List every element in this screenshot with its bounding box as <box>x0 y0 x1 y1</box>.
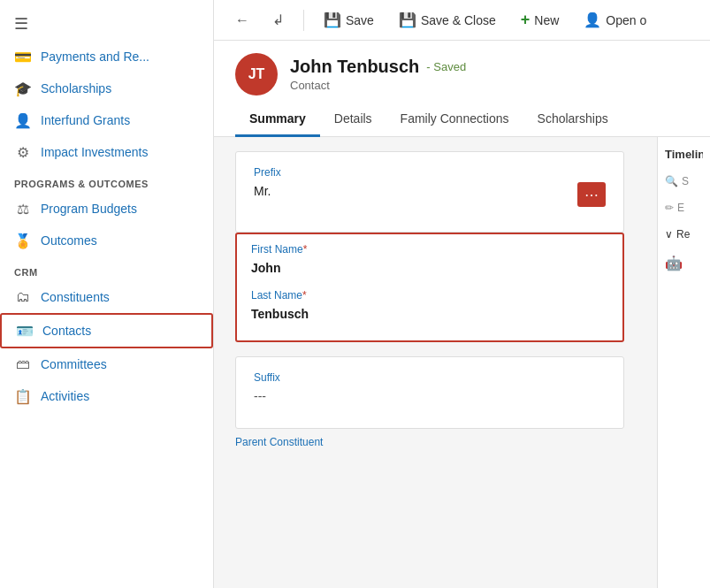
sidebar-item-label: Program Budgets <box>41 202 137 216</box>
contact-full-name: John Tenbusch <box>290 57 419 77</box>
timeline-robot[interactable]: 🤖 <box>665 255 703 271</box>
forward-button[interactable]: ↲ <box>263 7 293 33</box>
tab-bar: Summary Details Family Connections Schol… <box>214 103 710 137</box>
prefix-row: Prefix Mr. ⋯ <box>254 166 606 207</box>
new-icon: + <box>521 11 531 29</box>
activities-icon: 📋 <box>14 387 32 405</box>
sidebar-item-contacts[interactable]: 🪪 Contacts <box>0 313 213 348</box>
suffix-label: Suffix <box>254 371 606 384</box>
timeline-edit[interactable]: ✏ E <box>665 202 703 214</box>
contact-name-row: John Tenbusch - Saved <box>290 57 466 77</box>
toolbar-divider-1 <box>303 10 304 31</box>
constituents-icon: 🗂 <box>14 288 32 306</box>
prefix-label: Prefix <box>254 166 577 179</box>
main-content: ← ↲ 💾 Save 💾 Save & Close + New 👤 Open o… <box>214 0 710 588</box>
sidebar-section-1: 💳 Payments and Re... 🎓 Scholarships 👤 In… <box>0 41 213 168</box>
sidebar-header: ☰ <box>0 0 213 41</box>
parent-constituent-section: Parent Constituent <box>235 436 636 448</box>
save-close-label: Save & Close <box>421 13 496 27</box>
sidebar: ☰ 💳 Payments and Re... 🎓 Scholarships 👤 … <box>0 0 214 588</box>
sidebar-item-label: Constituents <box>41 290 110 304</box>
first-name-label: First Name <box>251 243 608 256</box>
save-close-icon: 💾 <box>399 11 416 28</box>
interfund-icon: 👤 <box>14 111 32 129</box>
name-card: First Name John Last Name Tenbusch <box>235 233 624 342</box>
sidebar-item-committees[interactable]: 🗃 Committees <box>0 348 213 380</box>
first-name-value: John <box>251 257 608 282</box>
timeline-edit-icon: ✏ <box>665 202 674 214</box>
more-button[interactable]: ⋯ <box>577 182 606 207</box>
suffix-card: Suffix --- <box>235 356 624 429</box>
contact-info: John Tenbusch - Saved Contact <box>290 57 466 92</box>
sidebar-item-label: Scholarships <box>41 81 111 95</box>
sidebar-item-label: Committees <box>41 357 107 371</box>
avatar: JT <box>235 53 278 95</box>
prefix-field: Prefix Mr. <box>254 166 577 205</box>
saved-badge: - Saved <box>426 60 466 73</box>
timeline-search[interactable]: 🔍 S <box>665 175 703 187</box>
open-label: Open o <box>606 13 646 27</box>
contacts-icon: 🪪 <box>16 322 34 340</box>
prefix-value: Mr. <box>254 180 577 205</box>
timeline-edit-text: E <box>677 202 684 214</box>
sidebar-item-activities[interactable]: 📋 Activities <box>0 380 213 412</box>
timeline-search-text: S <box>682 175 689 187</box>
sidebar-item-constituents[interactable]: 🗂 Constituents <box>0 281 213 313</box>
timeline-re[interactable]: ∨ Re <box>665 228 703 241</box>
scholarships-icon: 🎓 <box>14 80 32 97</box>
sidebar-item-interfund[interactable]: 👤 Interfund Grants <box>0 104 213 136</box>
timeline-re-text: Re <box>676 228 690 241</box>
back-icon: ← <box>235 12 249 28</box>
sidebar-section-programs: Programs & Outcomes ⚖ Program Budgets 🏅 … <box>0 168 213 256</box>
open-icon: 👤 <box>584 11 601 28</box>
suffix-value: --- <box>254 386 606 410</box>
new-button[interactable]: + New <box>512 6 569 34</box>
content-area: Prefix Mr. ⋯ First Name John Last Name T… <box>214 137 710 588</box>
timeline-title: Timelin <box>665 148 703 161</box>
timeline-search-icon: 🔍 <box>665 175 678 187</box>
timeline-panel: Timelin 🔍 S ✏ E ∨ Re 🤖 <box>657 137 710 588</box>
impact-icon: ⚙ <box>14 143 32 161</box>
save-button[interactable]: 💾 Save <box>315 7 383 33</box>
last-name-value: Tenbusch <box>251 303 608 328</box>
form-panel: Prefix Mr. ⋯ First Name John Last Name T… <box>214 137 657 588</box>
sidebar-item-label: Contacts <box>42 324 91 338</box>
toolbar: ← ↲ 💾 Save 💾 Save & Close + New 👤 Open o <box>214 0 710 41</box>
save-label: Save <box>346 13 374 27</box>
sidebar-item-payments[interactable]: 💳 Payments and Re... <box>0 41 213 73</box>
sidebar-section-crm: CRM 🗂 Constituents 🪪 Contacts 🗃 Committe… <box>0 256 213 412</box>
tab-family-connections[interactable]: Family Connections <box>386 103 523 137</box>
payments-icon: 💳 <box>14 48 32 65</box>
parent-constituent-label: Parent Constituent <box>235 436 636 448</box>
tab-details[interactable]: Details <box>320 103 386 137</box>
tab-summary[interactable]: Summary <box>235 103 320 137</box>
sidebar-item-scholarships[interactable]: 🎓 Scholarships <box>0 73 213 104</box>
committees-icon: 🗃 <box>14 355 32 373</box>
program-budgets-icon: ⚖ <box>14 200 32 218</box>
sidebar-item-label: Activities <box>41 389 89 403</box>
save-close-button[interactable]: 💾 Save & Close <box>390 7 505 33</box>
tab-scholarships[interactable]: Scholarships <box>523 103 622 137</box>
open-button[interactable]: 👤 Open o <box>575 7 655 33</box>
sidebar-item-impact[interactable]: ⚙ Impact Investments <box>0 136 213 168</box>
programs-section-label: Programs & Outcomes <box>0 168 213 193</box>
sidebar-item-program-budgets[interactable]: ⚖ Program Budgets <box>0 193 213 225</box>
new-label: New <box>534 13 559 27</box>
hamburger-icon[interactable]: ☰ <box>14 14 28 34</box>
prefix-card: Prefix Mr. ⋯ <box>235 151 624 233</box>
sidebar-item-label: Payments and Re... <box>41 50 149 64</box>
last-name-label: Last Name <box>251 289 608 302</box>
timeline-re-chevron: ∨ <box>665 228 673 241</box>
forward-icon: ↲ <box>272 11 284 28</box>
save-icon: 💾 <box>324 11 341 28</box>
crm-section-label: CRM <box>0 256 213 281</box>
sidebar-item-label: Interfund Grants <box>41 113 130 127</box>
back-button[interactable]: ← <box>228 8 256 33</box>
robot-icon: 🤖 <box>665 255 683 271</box>
contact-header: JT John Tenbusch - Saved Contact <box>214 41 710 95</box>
outcomes-icon: 🏅 <box>14 232 32 249</box>
sidebar-item-outcomes[interactable]: 🏅 Outcomes <box>0 225 213 256</box>
contact-type: Contact <box>290 79 466 92</box>
sidebar-item-label: Impact Investments <box>41 145 148 159</box>
sidebar-item-label: Outcomes <box>41 233 97 248</box>
